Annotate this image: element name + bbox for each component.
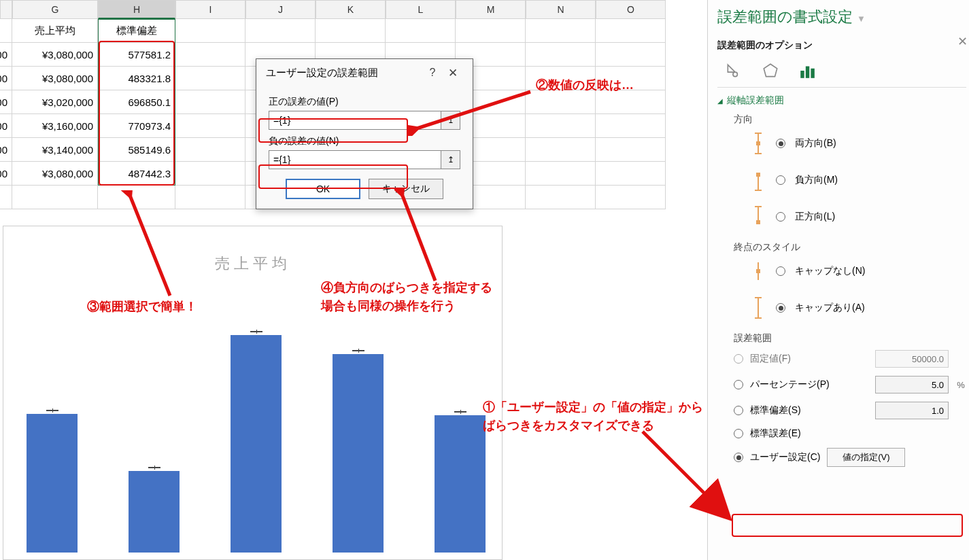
chart-title: 売上平均 (3, 253, 502, 274)
svg-rect-3 (811, 69, 814, 78)
svg-marker-0 (764, 64, 777, 76)
direction-minus-radio[interactable] (776, 175, 785, 185)
svg-rect-15 (756, 269, 760, 273)
column-headers: G H I J K L M N O (0, 0, 680, 19)
col-header-L[interactable]: L (386, 0, 456, 19)
endstyle-group-label: 終点のスタイル (734, 241, 966, 253)
col-header-K[interactable]: K (316, 0, 386, 19)
cell[interactable] (0, 19, 12, 43)
range-select-icon[interactable]: ↥ (441, 150, 460, 169)
negative-error-input[interactable] (269, 150, 441, 169)
positive-error-label: 正の誤差の値(P) (269, 96, 460, 108)
chevron-down-icon[interactable]: ▼ (857, 14, 866, 24)
fixed-value-radio[interactable] (734, 354, 743, 364)
format-error-bars-panel: 誤差範囲の書式設定▼ ✕ 誤差範囲のオプション ◢縦軸誤差範囲 方向 両方向(B… (707, 0, 969, 560)
error-amount-group-label: 誤差範囲 (734, 332, 966, 345)
direction-both-radio[interactable] (776, 139, 785, 148)
cell[interactable]: 577581.2 (98, 43, 175, 67)
col-header-O[interactable]: O (596, 0, 666, 19)
plus-direction-icon (750, 205, 766, 229)
col-header-F[interactable] (0, 0, 12, 19)
close-icon[interactable]: ✕ (443, 66, 463, 80)
user-defined-radio[interactable] (734, 453, 743, 462)
col-header-H[interactable]: H (98, 0, 175, 19)
section-vertical-error-bar[interactable]: ◢縦軸誤差範囲 (717, 94, 966, 107)
close-icon[interactable]: ✕ (957, 34, 968, 49)
percentage-input[interactable] (875, 376, 949, 393)
both-direction-icon (750, 131, 766, 156)
col-header-I[interactable]: I (175, 0, 245, 19)
stdev-input[interactable] (875, 402, 949, 419)
custom-error-bar-dialog: ユーザー設定の誤差範囲 ? ✕ 正の誤差の値(P) ↥ 負の誤差の値(N) ↥ … (256, 58, 473, 209)
svg-rect-10 (756, 173, 760, 177)
negative-error-label: 負の誤差の値(N) (269, 135, 460, 147)
stderr-radio[interactable] (734, 429, 743, 438)
svg-rect-2 (806, 67, 809, 78)
error-bar-options-tab-icon[interactable] (798, 61, 817, 80)
effects-tab-icon[interactable] (761, 61, 780, 80)
chart[interactable]: 売上平均 (3, 226, 503, 560)
fill-line-tab-icon[interactable] (724, 61, 743, 80)
col-header-M[interactable]: M (456, 0, 526, 19)
positive-error-input[interactable] (269, 111, 441, 130)
col-header-N[interactable]: N (526, 0, 596, 19)
help-icon[interactable]: ? (422, 67, 443, 79)
specify-value-button[interactable]: 値の指定(V) (827, 448, 905, 467)
minus-direction-icon (750, 168, 766, 192)
fixed-value-input[interactable] (875, 350, 949, 368)
ok-button[interactable]: OK (286, 179, 360, 199)
direction-both-label: 両方向(B) (795, 137, 836, 150)
direction-plus-radio[interactable] (776, 212, 785, 222)
col-header-J[interactable]: J (245, 0, 316, 19)
svg-rect-13 (756, 220, 760, 224)
cap-with-radio[interactable] (776, 303, 785, 313)
direction-group-label: 方向 (734, 113, 966, 126)
with-cap-icon (750, 296, 766, 320)
cell-header-G[interactable]: 売上平均 (12, 19, 98, 43)
stdev-radio[interactable] (734, 406, 743, 415)
percentage-radio[interactable] (734, 380, 743, 389)
svg-rect-1 (800, 71, 804, 78)
no-cap-icon (750, 259, 766, 283)
range-select-icon[interactable]: ↥ (441, 111, 460, 130)
dialog-title: ユーザー設定の誤差範囲 (266, 67, 378, 80)
cap-none-radio[interactable] (776, 266, 785, 276)
cell[interactable]: ¥3,080,000 (12, 43, 98, 67)
cell-header-H[interactable]: 標準偏差 (98, 19, 175, 43)
cancel-button[interactable]: キャンセル (369, 179, 443, 199)
panel-subtitle: 誤差範囲のオプション (717, 39, 966, 52)
annotation-1: ①「ユーザー設定」の「値の指定」から ばらつきをカスタマイズできる (483, 398, 703, 435)
panel-title: 誤差範囲の書式設定▼ (717, 7, 966, 27)
col-header-G[interactable]: G (12, 0, 98, 19)
chart-plot-area (3, 294, 502, 553)
svg-rect-7 (756, 141, 760, 145)
